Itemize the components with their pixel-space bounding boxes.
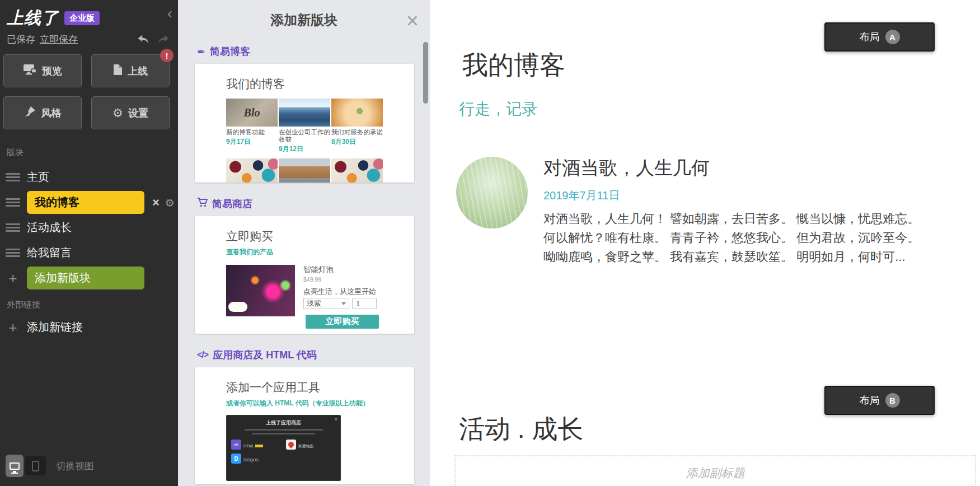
- settings-button-label: 设置: [128, 106, 148, 120]
- blog-post-date: 9月12日: [279, 144, 330, 154]
- growth-section-heading[interactable]: 活动 . 成长: [459, 412, 583, 447]
- option-select: 浅紫: [303, 298, 349, 309]
- sidebar-item-add-section[interactable]: + 添加新版块: [0, 265, 178, 291]
- post-body: 对酒当歌，人生几何 2019年7月11日 对酒当歌，人生几何！ 譬如朝露，去日苦…: [543, 156, 932, 267]
- sidebar-item-my-blog[interactable]: 我的博客 × ⚙: [0, 190, 178, 215]
- app-name: 百度地图: [298, 444, 314, 448]
- sections-list: 主页 我的博客 × ⚙ 活动成长 给我留言 + 添加新版块: [0, 165, 178, 291]
- blog-section-title: 简易博客: [210, 45, 250, 58]
- appstore-apps: </> HTML 百度地图 D: [231, 440, 336, 464]
- settings-button[interactable]: ⚙ 设置: [91, 96, 170, 129]
- sidebar-item-home[interactable]: 主页: [0, 165, 178, 190]
- blog-section-heading[interactable]: 我的博客: [462, 48, 565, 83]
- blog-posts-row-1: Blo 新的博客功能 9月17日 在创业公司工作的收获 9月12日 我们对服务的…: [226, 99, 383, 154]
- save-now-link[interactable]: 立即保存: [40, 34, 78, 45]
- sidebar-item-message[interactable]: 给我留言: [0, 240, 178, 265]
- preview-button[interactable]: 预览: [3, 54, 82, 87]
- blog-post[interactable]: 对酒当歌，人生几何 2019年7月11日 对酒当歌，人生几何！ 譬如朝露，去日苦…: [456, 156, 949, 267]
- app-badge: [255, 445, 263, 447]
- app-logo: 上线了: [7, 7, 59, 30]
- blog-thumbnail-image: [279, 158, 330, 183]
- product-name: 智能灯泡: [303, 265, 383, 275]
- blog-thumbnail-image: [279, 99, 330, 127]
- disqus-icon: D: [231, 454, 241, 464]
- add-link-label: 添加新链接: [27, 320, 83, 335]
- save-status: 已保存: [7, 34, 35, 45]
- buy-now-button: 立即购买: [306, 315, 379, 329]
- brush-icon: [24, 105, 36, 120]
- blog-thumbnail-image: [331, 158, 383, 183]
- plan-badge: 企业版: [64, 11, 100, 25]
- collapse-sidebar-icon[interactable]: ‹: [167, 6, 172, 21]
- shop-template-card[interactable]: 立即购买 查看我们的产品 智能灯泡 $49.99 点亮生活，从这里开始 浅紫 立…: [195, 216, 414, 334]
- layout-button-label: 布局: [860, 30, 880, 44]
- panel-title: 添加新版块: [178, 11, 430, 29]
- drag-handle-icon[interactable]: [6, 198, 20, 207]
- blog-post-preview: 在创业公司工作的收获: [279, 158, 330, 183]
- shop-section-header: 简易商店: [197, 197, 430, 211]
- appstore-app-html: </> HTML: [231, 440, 282, 450]
- subtitle-placeholder-text: 添加副标题: [686, 465, 745, 486]
- product-image: [226, 265, 295, 316]
- cart-icon: [197, 198, 208, 210]
- app-name: DISQUS: [243, 458, 259, 462]
- quantity-input: [352, 298, 377, 309]
- sections-label: 版块: [7, 147, 178, 158]
- app-name: HTML: [243, 444, 254, 448]
- logo-row: 上线了 企业版: [0, 0, 178, 30]
- shop-section-title: 简易商店: [212, 197, 252, 211]
- post-excerpt: 对酒当歌，人生几何！ 譬如朝露，去日苦多。 慨当以慷，忧思难忘。 何以解忧？唯有…: [543, 209, 932, 267]
- sidebar-item-label-active: 我的博客: [27, 191, 144, 214]
- sidebar-item-add-link[interactable]: + 添加新链接: [0, 315, 178, 340]
- appstore-app-baidu-map: 百度地图: [286, 440, 336, 450]
- layout-b-button[interactable]: 布局 B: [824, 386, 935, 415]
- external-links-label: 外部链接: [7, 300, 178, 310]
- appstore-preview-image: × 上线了应用商店 </> HTML 百度地图: [226, 415, 341, 481]
- blog-post-preview: 在创业公司工作的收获 9月12日: [279, 99, 330, 154]
- blog-section-header: ✒ 简易博客: [197, 45, 430, 58]
- product-description: 点亮生活，从这里开始: [303, 287, 383, 297]
- panel-scrollbar-thumb[interactable]: [423, 42, 428, 104]
- appstore-app-disqus: D DISQUS: [231, 454, 282, 464]
- style-button[interactable]: 风格: [3, 96, 82, 129]
- html-card-title: 添加一个应用工具: [226, 380, 383, 395]
- drag-handle-icon[interactable]: [6, 249, 20, 257]
- html-code-link: 或者你可以输入 HTML 代码（专业版以上功能）: [226, 399, 383, 408]
- blog-post-title: 在创业公司工作的收获: [279, 129, 330, 143]
- document-icon: [113, 64, 123, 78]
- shop-product-row: 智能灯泡 $49.99 点亮生活，从这里开始 浅紫 立即购买: [226, 265, 383, 329]
- blog-section-subtitle[interactable]: 行走，记录: [459, 99, 537, 120]
- product-options-row: 浅紫: [303, 298, 383, 309]
- preview-button-label: 预览: [42, 64, 62, 78]
- blog-template-card[interactable]: 我们的博客 Blo 新的博客功能 9月17日 在创业公司工作的收获 9月12日 …: [195, 64, 414, 183]
- drag-handle-icon[interactable]: [6, 173, 20, 181]
- site-canvas: 布局 A 我的博客 行走，记录 对酒当歌，人生几何 2019年7月11日 对酒当…: [430, 0, 980, 486]
- html-section-header: </> 应用商店及 HTML 代码: [197, 348, 430, 362]
- blog-thumbnail-image: Blo: [226, 99, 278, 127]
- drag-handle-icon[interactable]: [6, 223, 20, 232]
- redo-icon[interactable]: [157, 33, 170, 48]
- blog-card-title: 我们的博客: [226, 76, 383, 92]
- section-settings-icon[interactable]: ⚙: [165, 197, 175, 209]
- subtitle-placeholder-box[interactable]: 添加副标题: [454, 455, 976, 486]
- appstore-desc-bar: [252, 433, 315, 434]
- post-title[interactable]: 对酒当歌，人生几何: [543, 156, 932, 181]
- layout-a-button[interactable]: 布局 A: [824, 22, 935, 52]
- desktop-view-button[interactable]: [6, 455, 24, 477]
- html-template-card[interactable]: 添加一个应用工具 或者你可以输入 HTML 代码（专业版以上功能） × 上线了应…: [195, 367, 414, 484]
- close-icon: ×: [335, 417, 337, 422]
- html-code-icon: </>: [231, 440, 241, 450]
- save-row: 已保存立即保存: [0, 33, 178, 46]
- mobile-view-button[interactable]: [25, 456, 46, 475]
- view-products-link: 查看我们的产品: [226, 247, 383, 257]
- undo-icon[interactable]: [137, 33, 150, 48]
- plus-icon: +: [6, 320, 20, 335]
- sidebar-item-growth[interactable]: 活动成长: [0, 215, 178, 240]
- phone-icon: [32, 461, 39, 471]
- sidebar-item-label: 给我留言: [27, 245, 72, 260]
- blog-post-preview: 新的博客功能: [226, 158, 278, 183]
- publish-button[interactable]: 上线 !: [91, 54, 170, 87]
- layout-variant-badge: B: [885, 393, 900, 408]
- delete-section-icon[interactable]: ×: [152, 197, 160, 209]
- close-panel-icon[interactable]: ×: [406, 10, 419, 31]
